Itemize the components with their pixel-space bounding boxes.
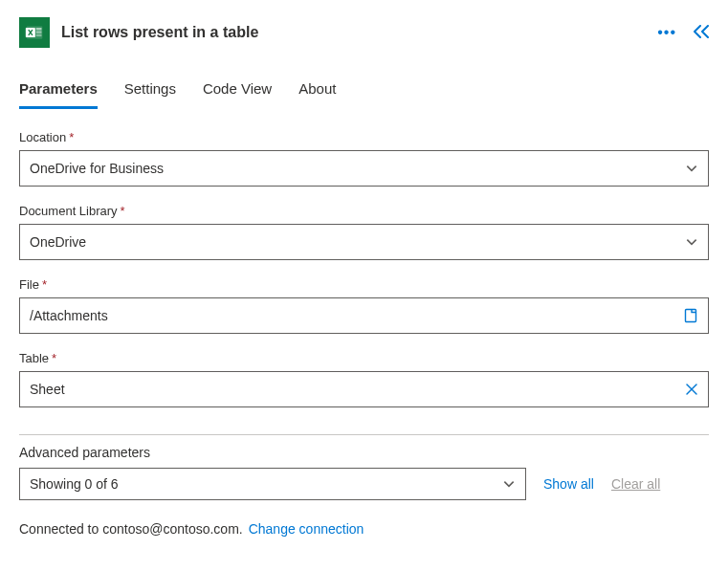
library-select[interactable]: OneDrive bbox=[19, 224, 709, 260]
show-all-link[interactable]: Show all bbox=[543, 476, 594, 492]
tab-settings[interactable]: Settings bbox=[124, 75, 176, 109]
chevron-down-icon[interactable] bbox=[685, 162, 698, 175]
location-value: OneDrive for Business bbox=[30, 161, 685, 176]
clear-all-link: Clear all bbox=[611, 476, 660, 492]
more-icon[interactable]: ••• bbox=[657, 24, 676, 41]
field-file: File * /Attachments bbox=[19, 277, 709, 334]
tab-codeview[interactable]: Code View bbox=[203, 75, 272, 109]
clear-icon[interactable] bbox=[685, 383, 698, 396]
field-library: Document Library * OneDrive bbox=[19, 204, 709, 260]
svg-rect-5 bbox=[686, 310, 696, 322]
excel-icon bbox=[19, 17, 50, 48]
svg-rect-2 bbox=[36, 28, 42, 31]
file-input[interactable]: /Attachments bbox=[19, 297, 709, 334]
change-connection-link[interactable]: Change connection bbox=[249, 521, 364, 537]
tab-about[interactable]: About bbox=[298, 75, 336, 109]
library-value: OneDrive bbox=[30, 234, 685, 250]
advanced-label: Advanced parameters bbox=[19, 445, 709, 460]
advanced-select[interactable]: Showing 0 of 6 bbox=[19, 468, 526, 500]
divider bbox=[19, 434, 709, 435]
location-select[interactable]: OneDrive for Business bbox=[19, 150, 709, 187]
required-asterisk: * bbox=[69, 130, 74, 144]
table-value: Sheet bbox=[30, 382, 685, 397]
advanced-showing: Showing 0 of 6 bbox=[30, 476, 119, 492]
table-input[interactable]: Sheet bbox=[19, 371, 709, 407]
file-label: File bbox=[19, 277, 39, 292]
required-asterisk: * bbox=[52, 351, 56, 365]
chevron-down-icon[interactable] bbox=[685, 235, 698, 249]
required-asterisk: * bbox=[121, 204, 125, 218]
svg-rect-3 bbox=[36, 31, 42, 33]
tab-parameters[interactable]: Parameters bbox=[19, 75, 98, 109]
chevron-down-icon[interactable] bbox=[502, 477, 516, 491]
connected-text: Connected to contoso@contoso.com. bbox=[19, 521, 243, 537]
library-label: Document Library bbox=[19, 204, 118, 218]
field-table: Table * Sheet bbox=[19, 351, 709, 407]
collapse-icon[interactable] bbox=[694, 25, 709, 41]
card-title: List rows present in a table bbox=[61, 24, 646, 41]
card-header: List rows present in a table ••• bbox=[19, 17, 709, 48]
folder-picker-icon[interactable] bbox=[683, 308, 698, 323]
connection-footer: Connected to contoso@contoso.com. Change… bbox=[19, 521, 709, 537]
file-value: /Attachments bbox=[30, 308, 683, 323]
field-location: Location * OneDrive for Business bbox=[19, 130, 709, 187]
required-asterisk: * bbox=[42, 277, 47, 292]
table-label: Table bbox=[19, 351, 49, 365]
tab-bar: Parameters Settings Code View About bbox=[19, 75, 709, 109]
location-label: Location bbox=[19, 130, 66, 144]
svg-rect-4 bbox=[36, 34, 42, 37]
